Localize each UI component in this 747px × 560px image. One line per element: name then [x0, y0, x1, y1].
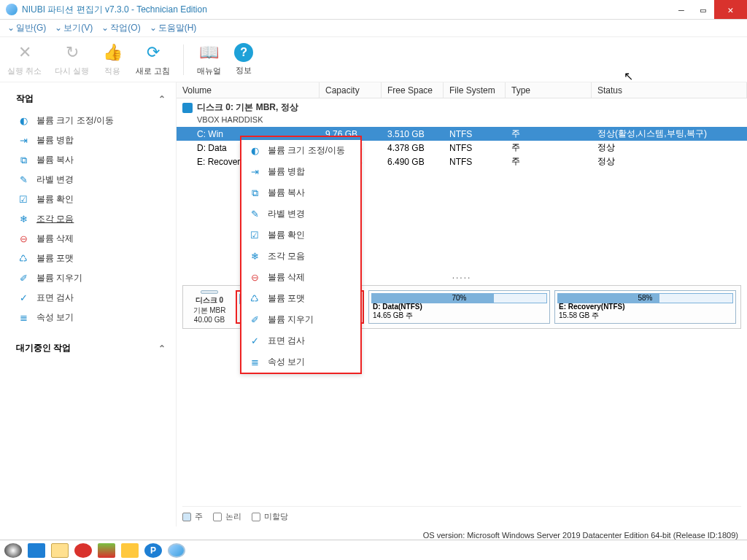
refresh-button[interactable]: ⟳새로 고침	[136, 42, 170, 77]
col-volume[interactable]: Volume	[177, 82, 320, 98]
close-button[interactable]: ✕	[714, 0, 747, 19]
sidebar-item-label[interactable]: ✎라벨 변경	[13, 170, 169, 190]
ctx-surface[interactable]: ✓표면 검사	[241, 330, 360, 351]
window-title: NIUBI 파티션 편집기 v7.3.0 - Technician Editio…	[22, 4, 670, 16]
sidebar-item-wipe[interactable]: ✐볼륨 지우기	[13, 268, 169, 288]
menu-general[interactable]: ⌄일반(G)	[7, 22, 46, 34]
toolbar-separator	[183, 44, 184, 75]
redo-icon: ↻	[62, 42, 82, 63]
book-icon: 📖	[199, 42, 220, 63]
taskbar-app3[interactable]	[121, 543, 139, 558]
menu-work[interactable]: ⌄작업(O)	[101, 22, 140, 34]
sidebar-item-defrag[interactable]: ❄조각 모음	[13, 209, 169, 229]
info-button[interactable]: ?정보	[234, 43, 253, 76]
taskbar-niubi[interactable]	[168, 543, 185, 558]
sidebar-tasks-header[interactable]: 작업⌃	[13, 88, 169, 111]
pie-icon: ◐	[249, 145, 260, 157]
taskbar-app2[interactable]	[98, 543, 115, 558]
menubar: ⌄일반(G) ⌄보기(V) ⌄작업(O) ⌄도움말(H)	[0, 20, 747, 37]
undo-button[interactable]: ✕실행 취소	[7, 42, 42, 77]
drive-icon	[201, 290, 218, 294]
legend-unalloc-swatch	[252, 513, 260, 521]
app-icon	[6, 4, 18, 15]
pie-icon: ◐	[18, 115, 29, 127]
edit-icon: ✎	[18, 174, 29, 186]
minimize-button[interactable]: —	[670, 0, 692, 19]
col-fs[interactable]: File System	[444, 82, 506, 98]
delete-icon: ⊖	[18, 233, 29, 245]
info-icon: ?	[234, 43, 253, 62]
edit-icon: ✎	[249, 209, 260, 220]
refresh-icon: ⟳	[143, 42, 163, 63]
diskmap-part-e[interactable]: 58% E: Recovery(NTFS) 15.58 GB 주	[554, 290, 736, 324]
taskbar-app4[interactable]: P	[144, 543, 162, 558]
props-icon: ≣	[18, 312, 29, 324]
defrag-icon: ❄	[249, 251, 260, 262]
taskbar: P	[0, 540, 747, 560]
sidebar-item-merge[interactable]: ⇥볼륨 병합	[13, 131, 169, 150]
check-icon: ☑	[249, 230, 260, 241]
disk-model: VBOX HARDDISK	[177, 115, 747, 127]
manual-button[interactable]: 📖매뉴얼	[197, 42, 221, 77]
context-menu: ◐볼륨 크기 조정/이동 ⇥볼륨 병합 ⧉볼륨 복사 ✎라벨 변경 ☑볼륨 확인…	[240, 140, 362, 374]
chevron-up-icon: ⌃	[158, 343, 166, 354]
col-free[interactable]: Free Space	[382, 82, 444, 98]
merge-icon: ⇥	[249, 166, 260, 178]
ctx-props[interactable]: ≣속성 보기	[241, 351, 360, 373]
legend-logical-swatch	[213, 513, 222, 521]
menu-view[interactable]: ⌄보기(V)	[55, 22, 93, 34]
copy-icon: ⧉	[249, 187, 260, 199]
surface-icon: ✓	[249, 335, 260, 347]
ctx-delete[interactable]: ⊖볼륨 삭제	[241, 267, 360, 288]
start-button[interactable]	[4, 543, 22, 558]
col-capacity[interactable]: Capacity	[320, 82, 382, 98]
sidebar-item-copy[interactable]: ⧉볼륨 복사	[13, 150, 169, 170]
thumb-icon: 👍	[102, 42, 123, 63]
sidebar-pending-header[interactable]: 대기중인 작업⌃	[13, 338, 169, 360]
col-type[interactable]: Type	[506, 82, 592, 98]
toolbar: ✕실행 취소 ↻다시 실행 👍적용 ⟳새로 고침 📖매뉴얼 ?정보	[0, 37, 747, 82]
taskbar-app1[interactable]	[28, 543, 45, 558]
col-status[interactable]: Status	[592, 82, 747, 98]
x-icon: ✕	[15, 42, 35, 63]
apply-button[interactable]: 👍적용	[102, 42, 123, 77]
props-icon: ≣	[249, 357, 260, 368]
wipe-icon: ✐	[249, 314, 260, 326]
sidebar: 작업⌃ ◐볼륨 크기 조정/이동 ⇥볼륨 병합 ⧉볼륨 복사 ✎라벨 변경 ☑볼…	[0, 82, 177, 526]
defrag-icon: ❄	[18, 214, 29, 225]
ctx-check[interactable]: ☑볼륨 확인	[241, 225, 360, 246]
sidebar-item-delete[interactable]: ⊖볼륨 삭제	[13, 229, 169, 249]
ctx-format[interactable]: ♺볼륨 포맷	[241, 288, 360, 309]
format-icon: ♺	[249, 293, 260, 305]
check-icon: ☑	[18, 194, 29, 206]
statusbar: OS version: Microsoft Windows Server 201…	[423, 531, 738, 540]
disk-header[interactable]: 디스크 0: 기본 MBR, 정상	[177, 98, 747, 115]
taskbar-power[interactable]	[74, 543, 92, 558]
menu-help[interactable]: ⌄도움말(H)	[150, 22, 197, 34]
sidebar-item-format[interactable]: ♺볼륨 포맷	[13, 249, 169, 268]
sidebar-item-resize[interactable]: ◐볼륨 크기 조정/이동	[13, 111, 169, 131]
copy-icon: ⧉	[18, 155, 29, 166]
disk-icon	[182, 103, 193, 113]
ctx-merge[interactable]: ⇥볼륨 병합	[241, 161, 360, 182]
legend: 주 논리 미할당	[182, 506, 741, 522]
sidebar-item-surface[interactable]: ✓표면 검사	[13, 288, 169, 308]
ctx-resize[interactable]: ◐볼륨 크기 조정/이동	[241, 140, 360, 161]
redo-button[interactable]: ↻다시 실행	[55, 42, 89, 77]
titlebar: NIUBI 파티션 편집기 v7.3.0 - Technician Editio…	[0, 0, 747, 20]
ctx-wipe[interactable]: ✐볼륨 지우기	[241, 309, 360, 330]
diskmap-part-d[interactable]: 70% D: Data(NTFS) 14.65 GB 주	[368, 290, 550, 324]
chevron-up-icon: ⌃	[158, 94, 166, 104]
legend-primary-swatch	[182, 513, 191, 521]
diskmap-disk[interactable]: 디스크 0 기본 MBR 40.00 GB	[187, 290, 231, 324]
surface-icon: ✓	[18, 292, 29, 304]
ctx-defrag[interactable]: ❄조각 모음	[241, 246, 360, 267]
sidebar-item-check[interactable]: ☑볼륨 확인	[13, 190, 169, 209]
column-headers: Volume Capacity Free Space File System T…	[177, 82, 747, 98]
taskbar-explorer[interactable]	[51, 543, 69, 558]
ctx-label[interactable]: ✎라벨 변경	[241, 203, 360, 225]
sidebar-item-props[interactable]: ≣속성 보기	[13, 308, 169, 327]
wipe-icon: ✐	[18, 273, 29, 284]
ctx-copy[interactable]: ⧉볼륨 복사	[241, 182, 360, 203]
maximize-button[interactable]: ▭	[692, 0, 714, 19]
